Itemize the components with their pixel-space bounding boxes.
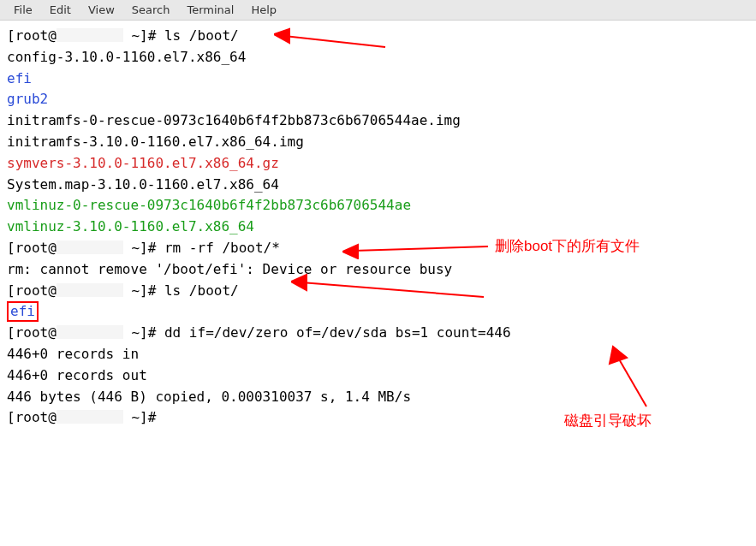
hostname-redacted — [57, 28, 123, 42]
terminal-line: grub2 — [7, 89, 749, 110]
terminal-line: symvers-3.10.0-1160.el7.x86_64.gz — [7, 153, 749, 175]
terminal-line: efi — [7, 301, 749, 323]
terminal-line: [root@ ~]# dd if=/dev/zero of=/dev/sda b… — [7, 323, 749, 344]
annotation-disk-boot-damage: 磁盘引导破坏 — [564, 411, 652, 430]
terminal-output[interactable]: [root@ ~]# ls /boot/config-3.10.0-1160.e… — [0, 21, 756, 434]
terminal-line: [root@ ~]# ls /boot/ — [7, 26, 749, 47]
menu-help[interactable]: Help — [242, 2, 285, 18]
terminal-line: efi — [7, 68, 749, 90]
hostname-redacted — [57, 283, 123, 297]
menu-file[interactable]: File — [5, 2, 41, 18]
terminal-line: System.map-3.10.0-1160.el7.x86_64 — [7, 175, 749, 196]
hostname-redacted — [57, 325, 123, 339]
terminal-line: config-3.10.0-1160.el7.x86_64 — [7, 47, 749, 68]
terminal-line: [root@ ~]# ls /boot/ — [7, 281, 749, 302]
terminal-line: rm: cannot remove '/boot/efi': Device or… — [7, 259, 749, 281]
terminal-line: 446+0 records in — [7, 344, 749, 365]
terminal-line: initramfs-3.10.0-1160.el7.x86_64.img — [7, 132, 749, 153]
annotation-delete-boot: 删除boot下的所有文件 — [495, 236, 640, 256]
hostname-redacted — [57, 240, 123, 254]
terminal-line: 446 bytes (446 B) copied, 0.000310037 s,… — [7, 387, 749, 408]
terminal-line: 446+0 records out — [7, 365, 749, 387]
menu-edit[interactable]: Edit — [41, 2, 80, 18]
terminal-line: vmlinuz-3.10.0-1160.el7.x86_64 — [7, 217, 749, 238]
hostname-redacted — [57, 410, 123, 424]
menu-view[interactable]: View — [80, 2, 123, 18]
menu-terminal[interactable]: Terminal — [178, 2, 242, 18]
terminal-line: vmlinuz-0-rescue-0973c1640b6f4f2bb873c6b… — [7, 195, 749, 217]
menu-search[interactable]: Search — [123, 2, 179, 18]
terminal-line: initramfs-0-rescue-0973c1640b6f4f2bb873c… — [7, 110, 749, 132]
menubar: File Edit View Search Terminal Help — [0, 0, 756, 21]
